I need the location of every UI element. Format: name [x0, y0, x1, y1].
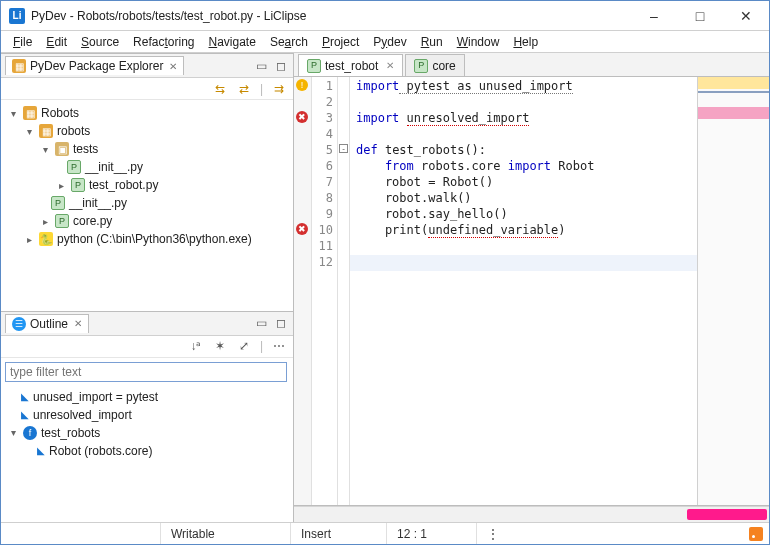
outline-header: ☰ Outline ✕ ▭ ◻ [1, 312, 293, 336]
menu-project[interactable]: Project [316, 33, 365, 51]
menu-window[interactable]: Window [451, 33, 506, 51]
menu-pydev[interactable]: Pydev [367, 33, 412, 51]
package-label[interactable]: robots [57, 124, 90, 138]
package-explorer-icon: ▦ [12, 59, 26, 73]
maximize-button[interactable]: □ [677, 1, 723, 31]
tab-label: test_robot [325, 59, 378, 73]
marker-ruler[interactable]: ! ✖ ✖ [294, 77, 312, 505]
folder-icon: ▣ [55, 142, 69, 156]
line-number-ruler[interactable]: 1 2 3 4 5 6 7 8 9 10 11 12 [312, 77, 338, 505]
close-icon[interactable]: ✕ [74, 318, 82, 329]
collapse-all-icon[interactable]: ⇆ [212, 81, 228, 97]
file-label[interactable]: __init__.py [69, 196, 127, 210]
status-writable: Writable [161, 523, 291, 544]
expand-icon[interactable]: ▾ [39, 144, 51, 155]
menu-run[interactable]: Run [415, 33, 449, 51]
current-line [350, 255, 697, 271]
maximize-view-icon[interactable]: ◻ [273, 58, 289, 74]
project-label[interactable]: Robots [41, 106, 79, 120]
package-explorer-title: PyDev Package Explorer [30, 59, 163, 73]
expand-icon[interactable]: ▾ [7, 108, 19, 119]
outline-tab[interactable]: ☰ Outline ✕ [5, 314, 89, 333]
close-button[interactable]: ✕ [723, 1, 769, 31]
link-editor-icon[interactable]: ⇄ [236, 81, 252, 97]
folder-label[interactable]: tests [73, 142, 98, 156]
python-file-icon: P [55, 214, 69, 228]
app-window: Li PyDev - Robots/robots/tests/test_robo… [0, 0, 770, 545]
close-icon[interactable]: ✕ [386, 60, 394, 71]
outline-item[interactable]: test_robots [41, 426, 100, 440]
editor-wrap: ! ✖ ✖ 1 2 3 4 5 6 7 8 9 10 11 12 [294, 77, 769, 506]
editor-tab-core[interactable]: P core [405, 54, 464, 76]
menu-edit[interactable]: Edit [40, 33, 73, 51]
overview-warning[interactable] [698, 83, 769, 89]
window-title: PyDev - Robots/robots/tests/test_robot.p… [31, 9, 631, 23]
line-number: 1 [312, 79, 337, 95]
outline-icon: ☰ [12, 317, 26, 331]
file-label[interactable]: core.py [73, 214, 112, 228]
hide-fields-icon[interactable]: ✶ [212, 338, 228, 354]
folding-ruler[interactable]: - [338, 77, 350, 505]
package-explorer-header: ▦ PyDev Package Explorer ✕ ▭ ◻ [1, 54, 293, 78]
package-explorer-toolbar: ⇆ ⇄ | ⇉ [1, 78, 293, 100]
expand-icon[interactable]: ▾ [23, 126, 35, 137]
expand-icon[interactable]: ▸ [23, 234, 35, 245]
overview-ruler[interactable] [697, 77, 769, 505]
overview-error[interactable] [698, 113, 769, 119]
function-icon: f [23, 426, 37, 440]
python-file-icon: P [307, 59, 321, 73]
status-insert: Insert [291, 523, 387, 544]
outline-item[interactable]: unresolved_import [33, 408, 132, 422]
fold-toggle-icon[interactable]: - [339, 144, 348, 153]
warning-marker-icon[interactable]: ! [296, 79, 308, 91]
python-file-icon: P [67, 160, 81, 174]
line-number: 3 [312, 111, 337, 127]
menu-source[interactable]: Source [75, 33, 125, 51]
expand-icon[interactable]: ▾ [7, 427, 19, 438]
menu-navigate[interactable]: Navigate [203, 33, 262, 51]
python-file-icon: P [51, 196, 65, 210]
overview-info[interactable] [698, 91, 769, 93]
error-marker-icon[interactable]: ✖ [296, 223, 308, 235]
minimize-view-icon[interactable]: ▭ [253, 315, 269, 331]
line-number: 11 [312, 239, 337, 255]
status-menu[interactable]: ⋮ [477, 523, 509, 544]
outline-item[interactable]: Robot (robots.core) [49, 444, 152, 458]
package-explorer-tree[interactable]: ▾ ▦ Robots ▾ ▦ robots ▾ ▣ tests [1, 100, 293, 311]
menu-file[interactable]: File [7, 33, 38, 51]
editor-tab-test-robot[interactable]: P test_robot ✕ [298, 54, 403, 76]
window-controls: – □ ✕ [631, 1, 769, 31]
line-number: 12 [312, 255, 337, 271]
editor-horizontal-scrollbar[interactable] [294, 506, 769, 522]
editor-tabs: P test_robot ✕ P core [294, 53, 769, 77]
view-menu-icon[interactable]: ⋯ [271, 338, 287, 354]
file-label[interactable]: __init__.py [85, 160, 143, 174]
view-menu-icon[interactable]: ⇉ [271, 81, 287, 97]
sort-icon[interactable]: ↓ᵃ [188, 338, 204, 354]
package-explorer-tab[interactable]: ▦ PyDev Package Explorer ✕ [5, 56, 184, 75]
menu-help[interactable]: Help [507, 33, 544, 51]
expand-icon[interactable]: ⤢ [236, 338, 252, 354]
package-explorer-view: ▦ PyDev Package Explorer ✕ ▭ ◻ ⇆ ⇄ | ⇉ [1, 53, 293, 311]
error-marker-icon[interactable]: ✖ [296, 111, 308, 123]
menu-search[interactable]: Search [264, 33, 314, 51]
line-number: 9 [312, 207, 337, 223]
maximize-view-icon[interactable]: ◻ [273, 315, 289, 331]
close-icon[interactable]: ✕ [169, 61, 177, 72]
code-editor[interactable]: import pytest as unused_import import un… [350, 77, 697, 505]
outline-body[interactable]: ◣ unused_import = pytest ◣ unresolved_im… [1, 386, 293, 466]
scrollbar-thumb[interactable] [687, 509, 767, 520]
expand-icon[interactable]: ▸ [39, 216, 51, 227]
outline-item[interactable]: unused_import = pytest [33, 390, 158, 404]
line-number: 2 [312, 95, 337, 111]
minimize-view-icon[interactable]: ▭ [253, 58, 269, 74]
outline-filter-input[interactable] [5, 362, 287, 382]
menu-refactoring[interactable]: Refactoring [127, 33, 200, 51]
python-env-label[interactable]: python (C:\bin\Python36\python.exe) [57, 232, 252, 246]
titlebar[interactable]: Li PyDev - Robots/robots/tests/test_robo… [1, 1, 769, 31]
file-label[interactable]: test_robot.py [89, 178, 158, 192]
rss-icon[interactable] [749, 527, 763, 541]
minimize-button[interactable]: – [631, 1, 677, 31]
outline-filter [5, 362, 289, 382]
expand-icon[interactable]: ▸ [55, 180, 67, 191]
